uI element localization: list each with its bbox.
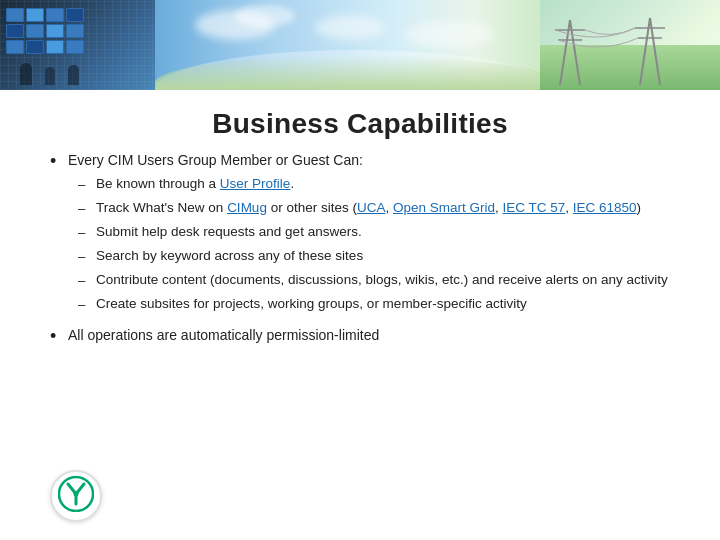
iec-tc57-link[interactable]: IEC TC 57 bbox=[503, 200, 566, 215]
sub-text-1-1: Be known through a User Profile. bbox=[96, 174, 668, 195]
page-title: Business Capabilities bbox=[0, 108, 720, 140]
sub-item-1-6: – Create subsites for projects, working … bbox=[78, 294, 668, 315]
bullet-item-2: • All operations are automatically permi… bbox=[50, 325, 680, 348]
iec-61850-link[interactable]: IEC 61850 bbox=[573, 200, 637, 215]
y-logo bbox=[58, 476, 94, 516]
cimug-link[interactable]: CIMug bbox=[227, 200, 267, 215]
header-right-image bbox=[540, 0, 720, 90]
sub-text-1-3: Submit help desk requests and get answer… bbox=[96, 222, 668, 243]
open-smart-grid-link[interactable]: Open Smart Grid bbox=[393, 200, 495, 215]
sub-item-1-3: – Submit help desk requests and get answ… bbox=[78, 222, 668, 243]
dash-1-1: – bbox=[78, 174, 96, 195]
sub-text-1-2: Track What's New on CIMug or other sites… bbox=[96, 198, 668, 219]
sub-text-1-6: Create subsites for projects, working gr… bbox=[96, 294, 668, 315]
powerlines-svg bbox=[540, 0, 720, 90]
dash-1-4: – bbox=[78, 246, 96, 267]
header-left-image bbox=[0, 0, 160, 90]
bullet-item-1: • Every CIM Users Group Member or Guest … bbox=[50, 150, 680, 319]
bullet-1-text: Every CIM Users Group Member or Guest Ca… bbox=[68, 152, 363, 168]
bullet-dot-1: • bbox=[50, 150, 68, 173]
sub-item-1-1: – Be known through a User Profile. bbox=[78, 174, 668, 195]
sub-text-1-4: Search by keyword across any of these si… bbox=[96, 246, 668, 267]
sub-item-1-2: – Track What's New on CIMug or other sit… bbox=[78, 198, 668, 219]
header-banner bbox=[0, 0, 720, 90]
logo-circle bbox=[50, 470, 102, 522]
logo-svg bbox=[58, 476, 94, 512]
bullet-dot-2: • bbox=[50, 325, 68, 348]
title-section: Business Capabilities bbox=[0, 90, 720, 150]
dash-1-2: – bbox=[78, 198, 96, 219]
sub-item-1-4: – Search by keyword across any of these … bbox=[78, 246, 668, 267]
monitor-display bbox=[6, 8, 84, 54]
bottom-logo bbox=[50, 470, 102, 522]
sub-text-1-5: Contribute content (documents, discussio… bbox=[96, 270, 668, 291]
dash-1-6: – bbox=[78, 294, 96, 315]
main-bullet-list: • Every CIM Users Group Member or Guest … bbox=[50, 150, 680, 348]
dash-1-5: – bbox=[78, 270, 96, 291]
svg-point-10 bbox=[74, 492, 79, 497]
dash-1-3: – bbox=[78, 222, 96, 243]
header-center-image bbox=[155, 0, 555, 90]
sub-list-1: – Be known through a User Profile. – Tra… bbox=[68, 174, 668, 316]
sub-item-1-5: – Contribute content (documents, discuss… bbox=[78, 270, 668, 291]
bullet-1-content: Every CIM Users Group Member or Guest Ca… bbox=[68, 150, 668, 319]
bullet-2-text: All operations are automatically permiss… bbox=[68, 325, 379, 347]
uca-link[interactable]: UCA bbox=[357, 200, 386, 215]
user-profile-link[interactable]: User Profile bbox=[220, 176, 291, 191]
content-area: • Every CIM Users Group Member or Guest … bbox=[0, 150, 720, 348]
